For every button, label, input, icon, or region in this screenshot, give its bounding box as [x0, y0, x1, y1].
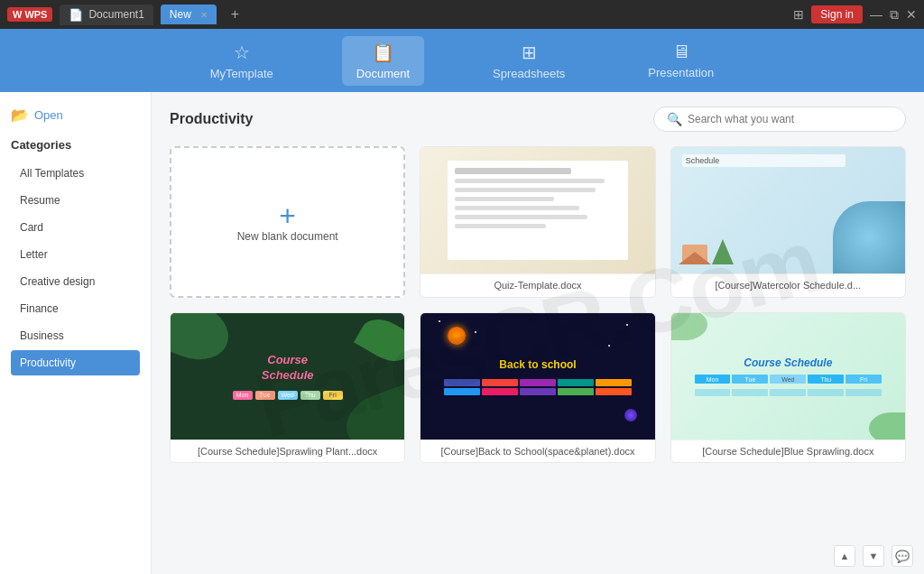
sgcell-6 — [444, 388, 480, 395]
blue-leaf-1 — [671, 313, 707, 340]
presentation-label: Presentation — [648, 66, 714, 79]
wps-logo: W WPS — [7, 7, 52, 22]
tab-document1-label: Document1 — [88, 8, 143, 21]
view-toggle-icon[interactable]: ⊞ — [793, 7, 804, 22]
quiz-line-4 — [455, 197, 554, 201]
blue-leaf-2 — [869, 412, 905, 440]
template-card-quiz[interactable]: Quiz-Template.docx — [420, 146, 655, 298]
mytemplate-label: MyTemplate — [210, 67, 273, 80]
day-tue: Tue — [255, 391, 275, 400]
quiz-line-6 — [455, 215, 587, 219]
tab-document[interactable]: 📋 Document — [342, 36, 424, 86]
sidebar-item-letter[interactable]: Letter — [11, 242, 140, 267]
main-content: 📂 Open Categories All Templates Resume C… — [0, 92, 924, 574]
bd-1 — [695, 389, 731, 396]
sidebar: 📂 Open Categories All Templates Resume C… — [0, 92, 152, 574]
template-label-quiz: Quiz-Template.docx — [420, 273, 654, 296]
template-thumb-watercolor: Schedule — [671, 147, 905, 273]
wps-logo-text: WPS — [24, 9, 47, 20]
watercolor-title-line: Schedule — [682, 154, 846, 167]
sgcell-4 — [558, 379, 594, 386]
template-card-tropical[interactable]: CourseSchedule Mon Tue Wed Thu Fri [Cour… — [170, 312, 405, 463]
planet-1 — [448, 327, 466, 345]
search-box[interactable]: 🔍 — [653, 106, 906, 132]
search-icon: 🔍 — [667, 112, 682, 126]
template-grid: + New blank document Quiz-Templ — [170, 146, 906, 463]
template-label-tropical: [Course Schedule]Sprawling Plant...docx — [171, 440, 404, 462]
leaf-3 — [354, 313, 404, 369]
sidebar-item-finance[interactable]: Finance — [11, 296, 140, 321]
day-mon: Mon — [233, 391, 253, 400]
template-card-space[interactable]: Back to school [Course]Back to — [420, 312, 655, 463]
bh-wed: Wed — [770, 375, 806, 384]
watercolor-circle — [833, 201, 905, 273]
bd-5 — [845, 389, 882, 396]
quiz-line-2 — [455, 179, 605, 183]
sidebar-item-resume[interactable]: Resume — [11, 188, 140, 213]
content-area: Productivity 🔍 + New blank document — [152, 92, 924, 574]
sgcell-3 — [520, 379, 556, 386]
sidebar-item-card[interactable]: Card — [11, 215, 140, 240]
categories-title: Categories — [11, 138, 140, 152]
star-4 — [608, 345, 610, 347]
tab-new[interactable]: New ✕ — [161, 5, 217, 24]
day-fri: Fri — [323, 391, 343, 400]
leaf-2 — [338, 384, 404, 440]
tab-mytemplate[interactable]: ☆ MyTemplate — [196, 36, 288, 86]
template-label-blue-schedule: [Course Schedule]Blue Sprawling.docx — [671, 440, 905, 462]
open-button[interactable]: 📂 Open — [11, 106, 140, 124]
sidebar-item-productivity[interactable]: Productivity — [11, 350, 140, 375]
space-title: Back to school — [499, 357, 576, 373]
tab-spreadsheets[interactable]: ⊞ Spreadsheets — [478, 36, 579, 86]
template-card-blue-schedule[interactable]: Course Schedule Mon Tue Wed Thu Fri — [670, 312, 906, 463]
minimize-icon[interactable]: — — [870, 7, 882, 22]
quiz-line-7 — [455, 224, 546, 228]
quiz-line-3 — [455, 188, 596, 192]
template-card-watercolor[interactable]: Schedule [Course]Watercolor Schedule.d..… — [670, 146, 906, 298]
sidebar-item-business[interactable]: Business — [11, 323, 140, 348]
restore-icon[interactable]: ⧉ — [890, 7, 899, 23]
space-grid — [444, 379, 631, 395]
template-thumb-tropical: CourseSchedule Mon Tue Wed Thu Fri — [171, 313, 404, 440]
blue-schedule-title: Course Schedule — [744, 356, 832, 369]
blue-data-row-1 — [695, 389, 882, 396]
mytemplate-icon: ☆ — [234, 42, 250, 63]
new-tab-button[interactable]: + — [224, 5, 246, 24]
day-wed: Wed — [278, 391, 298, 400]
quiz-line-1 — [455, 168, 571, 174]
star-3 — [626, 324, 628, 326]
document-label: Document — [356, 67, 410, 80]
search-input[interactable] — [688, 113, 892, 125]
spreadsheets-icon: ⊞ — [522, 42, 537, 63]
template-thumb-quiz — [420, 147, 654, 273]
sgcell-10 — [596, 388, 632, 395]
quiz-line-5 — [455, 206, 579, 210]
tab-presentation[interactable]: 🖥 Presentation — [633, 36, 728, 85]
tab-document1-icon: 📄 — [69, 8, 83, 22]
quiz-thumb-inner — [448, 161, 628, 260]
sidebar-item-creative-design[interactable]: Creative design — [11, 269, 140, 294]
signin-button[interactable]: Sign in — [811, 5, 863, 23]
new-blank-card[interactable]: + New blank document — [170, 146, 405, 298]
tab-document1[interactable]: 📄 Document1 — [60, 5, 152, 25]
tab-new-close[interactable]: ✕ — [200, 10, 208, 20]
sgcell-1 — [444, 379, 480, 386]
tab-new-label: New — [170, 8, 191, 21]
star-1 — [439, 320, 440, 322]
tropical-course-label: CourseSchedule — [262, 353, 314, 384]
scroll-up-button[interactable]: ▲ — [834, 545, 855, 567]
sgcell-8 — [520, 388, 556, 395]
bh-thu: Thu — [808, 375, 844, 384]
presentation-icon: 🖥 — [672, 42, 690, 62]
scroll-down-button[interactable]: ▼ — [863, 545, 884, 567]
sgcell-2 — [482, 379, 518, 386]
plus-icon: + — [279, 201, 296, 230]
document-icon: 📋 — [372, 42, 394, 63]
chat-button[interactable]: 💬 — [892, 545, 913, 567]
sgcell-9 — [558, 388, 594, 395]
sidebar-item-all-templates[interactable]: All Templates — [11, 161, 140, 186]
close-icon[interactable]: ✕ — [906, 7, 917, 22]
template-thumb-space: Back to school — [420, 313, 654, 440]
tropical-day-row: Mon Tue Wed Thu Fri — [233, 391, 343, 400]
bd-3 — [770, 389, 806, 396]
